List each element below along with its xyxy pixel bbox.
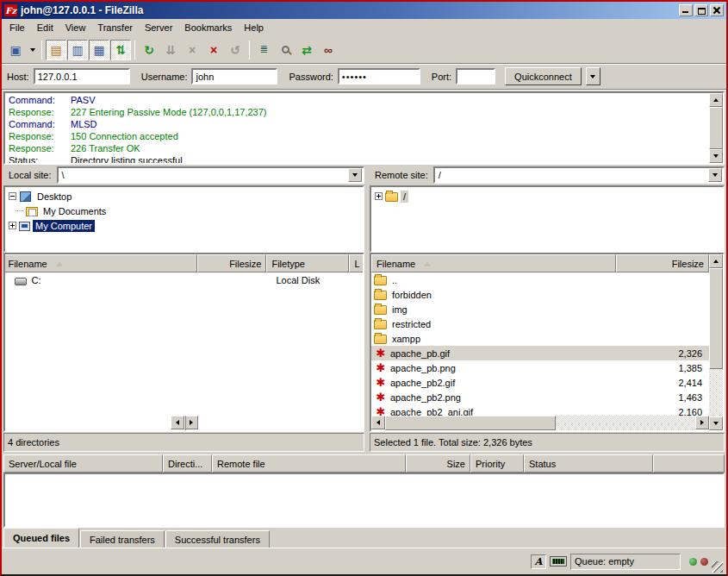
column-header-lastmodified[interactable]: L [349, 254, 364, 272]
scroll-right-button[interactable] [695, 416, 709, 429]
cancel-operation-button[interactable]: × [182, 40, 202, 60]
refresh-button[interactable]: ↻ [139, 40, 159, 60]
column-header-priority[interactable]: Priority [470, 454, 524, 473]
process-queue-button[interactable]: ⇊ [160, 40, 181, 60]
scrollbar-track[interactable] [385, 416, 695, 430]
file-row-selected[interactable]: ✱apache_pb.gif2,326 [371, 346, 709, 360]
local-horizontal-scrollbar[interactable] [171, 416, 198, 430]
tree-item-my-documents[interactable]: My Documents [5, 203, 363, 218]
reconnect-button[interactable]: ↺ [225, 40, 246, 60]
scrollbar-thumb[interactable] [709, 268, 723, 369]
port-input[interactable] [456, 68, 495, 85]
scrollbar-track[interactable] [709, 268, 723, 416]
scroll-up-button[interactable] [709, 93, 723, 107]
column-header-filesize[interactable]: Filesize [616, 254, 709, 272]
tree-item-root[interactable]: / [371, 189, 723, 203]
remote-horizontal-scrollbar[interactable] [371, 416, 709, 430]
file-row[interactable]: restricted [371, 316, 709, 331]
directory-comparison-button[interactable] [275, 40, 296, 60]
filter-button[interactable]: ≡ [253, 40, 274, 60]
username-input[interactable] [191, 68, 277, 85]
column-header-server-local-file[interactable]: Server/Local file [3, 454, 163, 473]
file-row[interactable]: ✱apache_pb.png1,385 [371, 360, 709, 375]
minimize-button[interactable] [679, 4, 693, 16]
menu-bookmarks[interactable]: Bookmarks [178, 21, 238, 34]
menu-edit[interactable]: Edit [31, 21, 59, 34]
synchronized-browsing-button[interactable]: ⇄ [296, 40, 317, 60]
toggle-local-tree-button[interactable]: ▥ [67, 40, 88, 60]
site-manager-dropdown[interactable] [27, 40, 38, 60]
log-line: Response:227 Entering Passive Mode (127,… [9, 106, 706, 118]
column-header-direction[interactable]: Directi... [163, 454, 212, 473]
tab-successful-transfers[interactable]: Successful transfers [165, 530, 270, 548]
toolbar-separator [249, 41, 250, 59]
toggle-log-view-button[interactable]: ▤ [46, 40, 66, 60]
column-header-size[interactable]: Size [406, 454, 470, 473]
file-row[interactable]: img [371, 302, 709, 316]
column-header-status[interactable]: Status [524, 454, 653, 473]
file-row[interactable]: .. [371, 272, 709, 287]
local-site-dropdown[interactable] [348, 168, 362, 182]
maximize-button[interactable] [694, 4, 708, 16]
remote-site-value: / [435, 170, 707, 180]
host-input[interactable] [34, 68, 130, 85]
scroll-down-button[interactable] [709, 149, 723, 163]
local-site-combo[interactable]: \ [57, 166, 364, 184]
menu-file[interactable]: File [3, 21, 31, 34]
column-header-filetype[interactable]: Filetype [266, 254, 349, 272]
collapse-icon[interactable] [9, 192, 16, 200]
transfer-type-indicator[interactable]: A [531, 554, 546, 569]
toggle-queue-button[interactable]: ⇅ [110, 40, 131, 60]
file-row[interactable]: forbidden [371, 287, 709, 302]
file-row[interactable]: ✱apache_pb2_ani.gif2,160 [371, 404, 709, 416]
file-row[interactable]: xampp [371, 331, 709, 346]
site-manager-button[interactable]: ▣ [5, 40, 26, 60]
log-line: Command:MLSD [9, 118, 706, 130]
resize-grip[interactable] [712, 561, 723, 573]
disconnect-button[interactable]: × [203, 40, 224, 60]
menu-help[interactable]: Help [238, 21, 270, 34]
find-files-button[interactable]: ∞ [318, 40, 339, 60]
scroll-down-button[interactable] [709, 416, 723, 430]
speed-limit-icon[interactable] [550, 556, 567, 567]
close-button[interactable] [710, 4, 724, 16]
toggle-remote-tree-button[interactable]: ▦ [89, 40, 109, 60]
file-row-c-drive[interactable]: C: Local Disk [12, 272, 357, 287]
scrollbar-thumb[interactable] [184, 416, 186, 430]
expand-icon[interactable] [375, 192, 383, 200]
column-header-filename[interactable]: Filename [3, 254, 197, 272]
arrow-right-icon [700, 420, 704, 425]
quickconnect-dropdown[interactable] [586, 67, 600, 85]
scrollbar-track[interactable] [709, 107, 723, 149]
scroll-right-button[interactable] [184, 416, 198, 429]
remote-site-dropdown[interactable] [708, 168, 722, 182]
expand-icon[interactable] [9, 222, 16, 229]
process-queue-icon: ⇊ [165, 43, 176, 57]
remote-vertical-scrollbar[interactable] [709, 254, 723, 430]
remote-site-combo[interactable]: / [433, 166, 725, 184]
scroll-left-button[interactable] [171, 416, 184, 429]
log-scrollbar[interactable] [709, 93, 723, 163]
queue-list[interactable] [3, 473, 725, 528]
queue-tabs: Queued files Failed transfers Successful… [2, 528, 726, 548]
tab-queued-files[interactable]: Queued files [3, 528, 79, 548]
tree-item-my-computer[interactable]: My Computer [5, 218, 363, 233]
menu-view[interactable]: View [59, 21, 92, 34]
file-row[interactable]: ✱apache_pb2.gif2,414 [371, 375, 709, 390]
log-line: Status:Directory listing successful [9, 154, 706, 165]
column-header-remote-file[interactable]: Remote file [212, 454, 406, 473]
tab-failed-transfers[interactable]: Failed transfers [80, 530, 165, 548]
password-input[interactable] [338, 68, 420, 85]
folder-icon [374, 335, 387, 344]
file-row[interactable]: ✱apache_pb2.png1,463 [371, 390, 709, 404]
tree-item-desktop[interactable]: Desktop [5, 189, 363, 203]
scrollbar-thumb[interactable] [385, 416, 556, 430]
scroll-left-button[interactable] [371, 416, 385, 429]
menu-transfer[interactable]: Transfer [91, 21, 139, 34]
column-header-filename[interactable]: Filename [371, 254, 616, 272]
menu-server[interactable]: Server [139, 21, 178, 34]
column-header-filesize[interactable]: Filesize [197, 254, 266, 272]
quickconnect-button[interactable]: Quickconnect [505, 67, 582, 85]
scrollbar-thumb[interactable] [709, 107, 723, 149]
scroll-up-button[interactable] [709, 254, 723, 268]
